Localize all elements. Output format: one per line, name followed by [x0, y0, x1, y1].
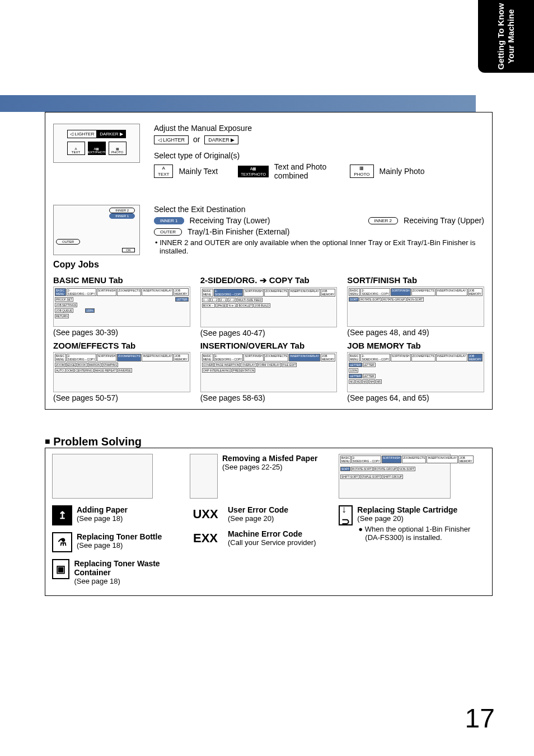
photo-btn-diagram: ▦PHOTO	[109, 142, 127, 155]
exit-panel-diagram: INNER 2 INNER 1 OUTER OK Copy Jobs	[53, 205, 154, 270]
add-paper-icon: ↥	[52, 505, 72, 525]
toner-icon: ⚗	[52, 532, 72, 552]
inner1-button[interactable]: INNER 1	[154, 217, 184, 224]
inner1-label: Receiving Tray (Lower)	[190, 216, 270, 225]
exx-code: EXX	[190, 531, 221, 546]
twosided-tab-title: 2-SIDED/ORG. ➔ COPY Tab	[200, 275, 338, 285]
insert-panel: BASIC MENU2-SIDED/ORIG→COPYSORT/FINISHZO…	[200, 352, 338, 392]
header-bar	[0, 95, 476, 112]
add-paper-title: Adding Paper	[77, 505, 128, 514]
or-text: or	[193, 135, 200, 144]
waste-icon: ▣	[52, 559, 69, 579]
exit-title: Select the Exit Destination	[154, 205, 484, 214]
lighter-button[interactable]: ◁ LIGHTER	[154, 135, 189, 144]
photo-button[interactable]: ▦PHOTO	[350, 165, 373, 178]
exposure-panel-diagram: ◁ LIGHTER DARKER ▶ ATEXT A▦TEXT/PHOTO ▦P…	[53, 124, 154, 182]
problem-solving-header: ■ Problem Solving	[45, 435, 142, 448]
add-paper-screen	[52, 454, 153, 499]
uxx-title: User Error Code	[228, 505, 288, 514]
textphoto-button[interactable]: A▦TEXT/PHOTO	[238, 166, 269, 177]
lighter-btn-diagram: ◁ LIGHTER	[67, 130, 97, 138]
combo-label2: combined	[274, 171, 308, 180]
outer-button[interactable]: OUTER	[154, 228, 182, 236]
combo-label1: Text and Photo	[274, 162, 326, 171]
toner-ref: (See page 18)	[77, 541, 162, 550]
main-content-box: ◁ LIGHTER DARKER ▶ ATEXT A▦TEXT/PHOTO ▦P…	[45, 112, 493, 410]
square-bullet-icon: ■	[45, 436, 50, 446]
insert-tab-title: INSERTION/OVERLAY Tab	[200, 341, 338, 350]
insert-ref: (See pages 58-63)	[200, 393, 338, 402]
text-btn-diagram: ATEXT	[67, 142, 85, 155]
sort-tab-title: SORT/FINISH Tab	[347, 275, 484, 285]
outer-label: Tray/1-Bin Finisher (External)	[188, 227, 289, 236]
misfed-title: Removing a Misfed Paper	[222, 454, 317, 463]
staple-ref: (See page 20)	[357, 514, 485, 523]
staple-title: Replacing Staple Cartridge	[357, 505, 485, 514]
uxx-code: UXX	[190, 507, 221, 522]
exposure-title: Adjust the Manual Exposure	[154, 124, 484, 133]
text-button[interactable]: ATEXT	[154, 165, 173, 178]
basic-menu-tab-title: BASIC MENU Tab	[53, 275, 190, 285]
zoom-panel: BASIC MENU2-SIDED/ORIG→COPYSORT/FINISHZO…	[53, 352, 190, 392]
staple-screen: BASIC MENU2-SIDED/ORIG→COPYSORT/FINISHZO…	[339, 454, 451, 499]
side-tab: Getting To Know Your Machine	[478, 0, 534, 73]
original-title: Select type of Original(s)	[154, 151, 484, 160]
zoom-tab-title: ZOOM/EFFECTS Tab	[53, 341, 190, 350]
exx-title: Machine Error Code	[228, 529, 316, 538]
darker-button[interactable]: DARKER ▶	[204, 135, 238, 144]
exx-ref: (Call your Service provider)	[228, 538, 316, 547]
side-tab-line1: Getting To Know	[496, 3, 505, 70]
waste-title: Replacing Toner Waste Container	[74, 559, 181, 577]
sort-panel: BASIC MENU2-SIDED/ORIG→COPYSORT/FINISHZO…	[347, 287, 484, 327]
staple-icon: ↓⊃	[339, 505, 353, 525]
jobmem-panel: BASIC MENU2-SIDED/ORIG→COPYSORT/FINISHZO…	[347, 352, 484, 392]
copy-jobs-caption: Copy Jobs	[53, 260, 154, 270]
waste-ref: (See page 18)	[74, 577, 181, 585]
twosided-ref: (See pages 40-47)	[200, 328, 338, 337]
photo-label: Mainly Photo	[380, 167, 425, 176]
darker-btn-diagram: DARKER ▶	[97, 130, 125, 138]
uxx-ref: (See page 20)	[228, 514, 288, 523]
page-number: 17	[465, 703, 495, 734]
problem-solving-box: ↥ Adding Paper (See page 18) ⚗ Replacing…	[45, 448, 493, 596]
add-paper-ref: (See page 18)	[77, 514, 128, 523]
staple-note: ● When the optional 1-Bin Finisher (DA-F…	[357, 525, 485, 542]
inner2-button[interactable]: INNER 2	[368, 217, 399, 224]
toner-title: Replacing Toner Bottle	[77, 532, 162, 541]
textphoto-btn-diagram: A▦TEXT/PHOTO	[88, 142, 106, 155]
text-label: Mainly Text	[179, 167, 218, 176]
inner2-label: Receiving Tray (Upper)	[404, 216, 484, 225]
basic-menu-panel: BASIC MENU2-SIDED/ORIG→COPYSORT/FINISHZO…	[53, 287, 190, 327]
misfed-diagram	[190, 454, 218, 499]
zoom-ref: (See pages 50-57)	[53, 393, 190, 402]
misfed-ref: (See pages 22-25)	[222, 463, 317, 471]
sort-ref: (See pages 48, and 49)	[347, 328, 484, 337]
side-tab-line2: Your Machine	[506, 9, 516, 63]
exit-note: • INNER 2 and OUTER are only available w…	[154, 238, 484, 255]
jobmem-tab-title: JOB MEMORY Tab	[347, 341, 484, 350]
jobmem-ref: (See pages 64, and 65)	[347, 393, 484, 402]
twosided-panel: BASIC MENU2-SIDED/ORIG→COPYSORT/FINISHZO…	[200, 287, 338, 327]
basic-menu-ref: (See pages 30-39)	[53, 328, 190, 337]
tabs-grid: BASIC MENU Tab BASIC MENU2-SIDED/ORIG→CO…	[53, 275, 484, 402]
